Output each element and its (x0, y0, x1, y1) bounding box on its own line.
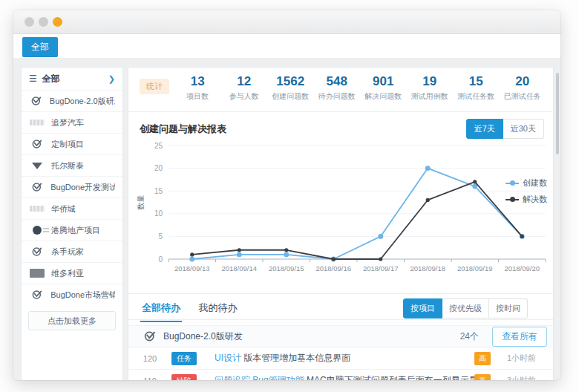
load-more-button[interactable]: 点击加载更多 (28, 311, 116, 330)
project-group-header: BugDone-2.0版研发 24个 查看所有 (128, 325, 553, 347)
legend-label: 解决数 (523, 194, 547, 205)
task-tags[interactable]: UI设计 (215, 353, 241, 363)
task-row[interactable]: 120 任务 UI设计 版本管理增加基本信息界面 高 1小时前 (128, 347, 553, 370)
stat-item: 12参与人数 (221, 68, 268, 111)
sidebar-item-project[interactable]: BugDone市场营销 (22, 284, 122, 305)
stat-label: 参与人数 (221, 91, 268, 102)
project-logo-icon (29, 226, 45, 235)
sort-by-time-button[interactable]: 按时间 (489, 298, 528, 318)
project-label: 定制项目 (51, 139, 84, 150)
stats-list: 13项目数 12参与人数 1562创建问题数 548待办问题数 901解决问题数… (174, 68, 546, 111)
sort-button-group: 按项目 按优先级 按时间 (403, 298, 528, 318)
legend-item-resolved[interactable]: 解决数 (506, 194, 547, 205)
svg-text:2018/09/15: 2018/09/15 (269, 264, 304, 272)
legend-line-marker-icon (506, 183, 519, 184)
project-logo-icon (29, 289, 45, 301)
svg-text:20: 20 (154, 164, 163, 172)
svg-text:25: 25 (154, 142, 163, 150)
project-logo-icon (29, 95, 44, 107)
task-row[interactable]: 119 缺陷 问题追踪 Bug管理功能 MAC电脑下测试问题列表后面有一列显示异… (128, 370, 553, 380)
svg-text:2018/09/19: 2018/09/19 (457, 264, 493, 272)
window-control-dot-1[interactable] (24, 17, 34, 27)
task-title[interactable]: 问题追踪 Bug管理功能 MAC电脑下测试问题列表后面有一列显示异常 (215, 374, 474, 380)
project-logo-icon (29, 181, 45, 193)
stat-value: 12 (221, 74, 268, 89)
sidebar-item-project[interactable]: 定制项目 (22, 133, 122, 154)
project-label: 杀手玩家 (51, 246, 84, 258)
sidebar-item-project[interactable]: 杀手玩家 (22, 241, 122, 262)
content-area: ☰ 全部 ❯ BugDone-2.0版研发 追梦汽车 定制项目 托尔斯泰 (13, 58, 560, 380)
sidebar-item-project[interactable]: 托尔斯泰 (22, 154, 122, 176)
project-label: 港腾地产项目 (51, 225, 100, 236)
project-group-name[interactable]: BugDone-2.0版研发 (163, 330, 460, 343)
project-logo-icon (29, 120, 45, 125)
app-window: 全部 ☰ 全部 ❯ BugDone-2.0版研发 追梦汽车 定制项目 (13, 10, 560, 380)
stat-label: 已测试任务 (500, 91, 546, 102)
stat-value: 1562 (267, 74, 314, 89)
sidebar-item-project[interactable]: BugDone-2.0版研发 (22, 90, 122, 111)
task-type-badge: 任务 (171, 352, 197, 365)
svg-text:2018/09/17: 2018/09/17 (363, 264, 399, 272)
task-title-text: MAC电脑下测试问题列表后面有一列显示异常 (304, 375, 474, 380)
task-id: 120 (128, 354, 171, 363)
task-title[interactable]: UI设计 版本管理增加基本信息界面 (215, 352, 474, 365)
project-label: 追梦汽车 (51, 117, 84, 128)
priority-badge: 高 (474, 352, 491, 365)
priority-badge: 高 (474, 374, 491, 381)
task-type-badge: 缺陷 (171, 374, 197, 381)
svg-text:5: 5 (158, 232, 163, 241)
range-button-group: 近7天 近30天 (466, 119, 544, 139)
project-label: BugDone-2.0版研发 (50, 96, 115, 107)
top-toolbar: 全部 (13, 34, 560, 58)
legend-item-created[interactable]: 创建数 (506, 177, 547, 189)
svg-text:2018/09/14: 2018/09/14 (221, 264, 257, 272)
vertical-scrollbar[interactable] (556, 73, 559, 154)
task-time: 1小时前 (507, 353, 553, 364)
svg-text:2018/09/20: 2018/09/20 (504, 264, 540, 272)
svg-text:15: 15 (154, 187, 163, 195)
stat-value: 548 (314, 74, 361, 89)
todo-tab-bar: 全部待办 我的待办 按项目 按优先级 按时间 (128, 294, 553, 320)
window-titlebar (13, 10, 560, 34)
sidebar-item-project[interactable]: 维多利亚 (22, 262, 122, 284)
stat-label: 测试任务数 (453, 91, 500, 102)
all-projects-button[interactable]: 全部 (22, 37, 58, 57)
view-all-button[interactable]: 查看所有 (492, 327, 547, 347)
tab-my-todo[interactable]: 我的待办 (197, 294, 238, 321)
project-label: BugDone市场营销 (50, 290, 115, 301)
project-logo-icon (29, 246, 45, 258)
project-logo-icon (29, 138, 45, 150)
task-time: 3小时前 (507, 375, 553, 380)
tab-all-todo[interactable]: 全部待办 (140, 294, 182, 322)
window-control-dot-active[interactable] (53, 17, 62, 27)
stat-value: 20 (500, 74, 546, 89)
sidebar-item-project[interactable]: 华侨城 (22, 197, 122, 219)
sort-by-priority-button[interactable]: 按优先级 (442, 298, 489, 318)
sidebar-item-project[interactable]: 追梦汽车 (22, 111, 122, 133)
sidebar-item-project[interactable]: 港腾地产项目 (22, 219, 122, 241)
stat-label: 解决问题数 (360, 91, 407, 102)
svg-text:2018/09/13: 2018/09/13 (174, 264, 210, 272)
chevron-right-icon: ❯ (108, 74, 115, 84)
bugdone-logo-icon (143, 330, 157, 343)
project-sidebar: ☰ 全部 ❯ BugDone-2.0版研发 追梦汽车 定制项目 托尔斯泰 (21, 67, 123, 380)
stat-label: 项目数 (174, 91, 221, 102)
svg-text:0: 0 (158, 255, 163, 264)
sidebar-item-all[interactable]: ☰ 全部 ❯ (22, 68, 122, 90)
stat-label: 测试用例数 (407, 91, 454, 102)
task-tags[interactable]: 问题追踪 Bug管理功能 (215, 375, 304, 380)
svg-text:数量: 数量 (137, 195, 145, 211)
project-logo-icon (29, 163, 45, 169)
chart-legend: 创建数 解决数 (506, 177, 547, 210)
window-control-dot-2[interactable] (39, 17, 48, 27)
stat-item: 1562创建问题数 (267, 68, 314, 111)
sort-by-project-button[interactable]: 按项目 (403, 298, 442, 318)
chart-section: 创建问题与解决报表 近7天 近30天 0510152025数量2018/09/1… (128, 112, 553, 294)
range-7days-button[interactable]: 近7天 (466, 119, 503, 139)
range-30days-button[interactable]: 近30天 (503, 119, 544, 139)
stat-label: 创建问题数 (267, 91, 314, 102)
stat-value: 901 (360, 74, 407, 89)
stat-value: 13 (174, 74, 221, 89)
list-icon: ☰ (29, 74, 37, 84)
sidebar-item-project[interactable]: BugDone开发测试 (22, 176, 122, 197)
